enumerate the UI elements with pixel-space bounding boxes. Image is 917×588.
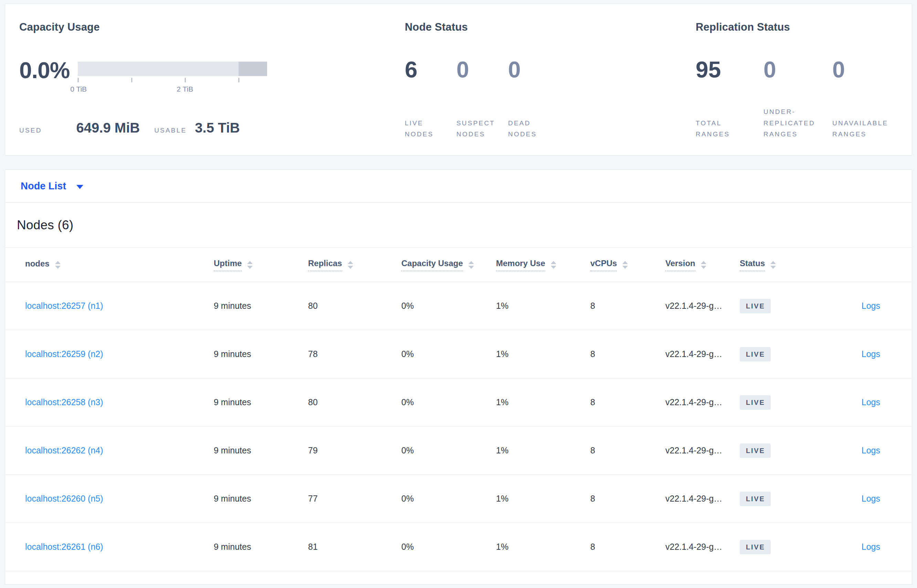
column-header-vcpus[interactable]: vCPUs: [590, 258, 665, 271]
capacity-axis-label: 0 TiB: [70, 85, 87, 93]
status-badge: LIVE: [740, 540, 771, 554]
capacity-cell: 0%: [401, 349, 496, 359]
memory-cell: 1%: [496, 542, 590, 552]
memory-cell: 1%: [496, 301, 590, 311]
uptime-cell: 9 minutes: [214, 397, 308, 407]
suspect-nodes-label: SUSPECT NODES: [457, 118, 495, 140]
status-badge: LIVE: [740, 347, 771, 362]
usable-value: 3.5 TiB: [195, 120, 240, 136]
under-replicated-ranges-metric: 0 UNDER-REPLICATED RANGES: [764, 58, 832, 140]
node-status-metrics: 6 LIVE NODES 0 SUSPECT NODES 0 DEAD NODE…: [405, 58, 560, 140]
capacity-cell: 0%: [401, 542, 496, 552]
capacity-footer: USED 649.9 MiB USABLE 3.5 TiB: [19, 120, 240, 136]
dead-nodes-metric: 0 DEAD NODES: [508, 58, 560, 140]
uptime-cell: 9 minutes: [214, 301, 308, 311]
capacity-bar-overflow-segment: [239, 61, 267, 76]
capacity-axis-label: 2 TiB: [177, 85, 193, 93]
replication-status-title: Replication Status: [696, 21, 916, 33]
node-link[interactable]: localhost:26259 (n2): [25, 349, 103, 359]
table-row: localhost:26261 (n6) 9 minutes 81 0% 1% …: [5, 523, 912, 571]
column-header-capacity-usage[interactable]: Capacity Usage: [401, 258, 496, 271]
node-list-selector-label: Node List: [21, 180, 66, 192]
capacity-bar: 0 TiB 2 TiB: [78, 61, 267, 76]
logs-link[interactable]: Logs: [862, 446, 880, 455]
column-header-status[interactable]: Status: [740, 258, 829, 271]
uptime-cell: 9 minutes: [214, 349, 308, 359]
version-cell: v22.1.4-29-g…: [665, 349, 740, 359]
memory-cell: 1%: [496, 446, 590, 456]
vcpus-cell: 8: [590, 301, 665, 311]
status-badge: LIVE: [740, 443, 771, 458]
used-label: USED: [19, 127, 42, 134]
sort-icon: [55, 261, 61, 269]
table-row: localhost:26257 (n1) 9 minutes 80 0% 1% …: [5, 282, 912, 330]
chevron-down-icon: [76, 185, 83, 189]
logs-link[interactable]: Logs: [862, 494, 880, 503]
total-ranges-value: 95: [696, 58, 764, 81]
under-replicated-ranges-label: UNDER-REPLICATED RANGES: [764, 107, 821, 140]
capacity-bar-track: [78, 61, 267, 76]
replicas-cell: 81: [308, 542, 401, 552]
total-ranges-label: TOTAL RANGES: [696, 118, 744, 140]
version-cell: v22.1.4-29-g…: [665, 397, 740, 407]
node-link[interactable]: localhost:26261 (n6): [25, 542, 103, 551]
node-list-selector[interactable]: Node List: [5, 170, 912, 203]
nodes-heading-row: Nodes (6): [5, 203, 912, 247]
capacity-used-percent: 0.0%: [19, 59, 69, 82]
replicas-cell: 80: [308, 397, 401, 407]
capacity-cell: 0%: [401, 446, 496, 456]
column-header-version[interactable]: Version: [665, 258, 740, 271]
version-cell: v22.1.4-29-g…: [665, 494, 740, 504]
column-header-memory-use[interactable]: Memory Use: [496, 258, 590, 271]
table-row: localhost:26258 (n3) 9 minutes 80 0% 1% …: [5, 378, 912, 426]
table-row: localhost:26260 (n5) 9 minutes 77 0% 1% …: [5, 475, 912, 523]
sort-icon: [468, 261, 474, 269]
unavailable-ranges-value: 0: [832, 58, 912, 81]
vcpus-cell: 8: [590, 397, 665, 407]
replicas-cell: 80: [308, 301, 401, 311]
memory-cell: 1%: [496, 494, 590, 504]
version-cell: v22.1.4-29-g…: [665, 301, 740, 311]
node-link[interactable]: localhost:26260 (n5): [25, 494, 103, 503]
vcpus-cell: 8: [590, 446, 665, 456]
logs-link[interactable]: Logs: [862, 397, 880, 407]
capacity-cell: 0%: [401, 397, 496, 407]
node-list-card: Node List Nodes (6) nodes Uptime Replica…: [5, 170, 912, 585]
logs-link[interactable]: Logs: [862, 301, 880, 310]
total-ranges-metric: 95 TOTAL RANGES: [696, 58, 764, 140]
status-badge: LIVE: [740, 395, 771, 410]
cluster-summary-card: Capacity Usage 0.0% 0 TiB 2 TiB USED 649…: [5, 3, 912, 156]
nodes-heading: Nodes (6): [17, 218, 73, 233]
version-cell: v22.1.4-29-g…: [665, 446, 740, 456]
unavailable-ranges-metric: 0 UNAVAILABLE RANGES: [832, 58, 912, 140]
memory-cell: 1%: [496, 397, 590, 407]
capacity-axis-tick: [131, 78, 132, 82]
capacity-cell: 0%: [401, 301, 496, 311]
logs-link[interactable]: Logs: [862, 542, 880, 551]
node-link[interactable]: localhost:26257 (n1): [25, 301, 103, 310]
capacity-cell: 0%: [401, 494, 496, 504]
node-status-title: Node Status: [405, 21, 597, 33]
logs-link[interactable]: Logs: [862, 349, 880, 359]
capacity-axis-tick: [78, 78, 79, 82]
column-header-uptime[interactable]: Uptime: [214, 258, 308, 271]
sort-icon: [770, 261, 776, 269]
node-link[interactable]: localhost:26258 (n3): [25, 397, 103, 407]
live-nodes-value: 6: [405, 58, 457, 81]
table-row: localhost:26259 (n2) 9 minutes 78 0% 1% …: [5, 330, 912, 378]
column-header-nodes[interactable]: nodes: [25, 259, 214, 271]
live-nodes-metric: 6 LIVE NODES: [405, 58, 457, 140]
replication-status-section: Replication Status 95 TOTAL RANGES 0 UND…: [696, 17, 916, 33]
sort-icon: [551, 261, 556, 269]
column-header-replicas[interactable]: Replicas: [308, 258, 401, 271]
table-row: localhost:26262 (n4) 9 minutes 79 0% 1% …: [5, 426, 912, 475]
node-link[interactable]: localhost:26262 (n4): [25, 446, 103, 455]
capacity-usage-title: Capacity Usage: [19, 21, 281, 33]
capacity-axis-tick: [239, 78, 239, 82]
dead-nodes-label: DEAD NODES: [508, 118, 547, 140]
vcpus-cell: 8: [590, 542, 665, 552]
version-cell: v22.1.4-29-g…: [665, 542, 740, 552]
live-nodes-label: LIVE NODES: [405, 118, 443, 140]
uptime-cell: 9 minutes: [214, 446, 308, 456]
suspect-nodes-value: 0: [457, 58, 508, 81]
